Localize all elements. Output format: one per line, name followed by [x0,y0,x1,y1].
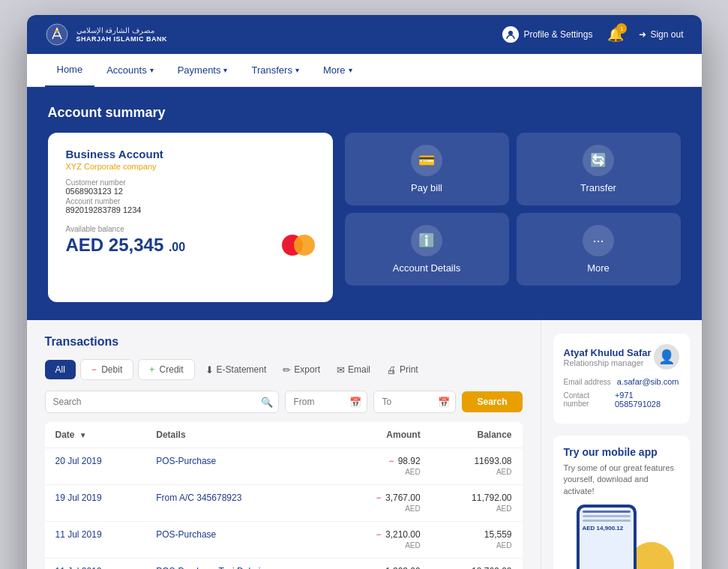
account-details-label: Account Details [393,262,460,274]
filter-credit-button[interactable]: + Credit [138,359,194,380]
debit-indicator: − [376,566,382,569]
select-account-button[interactable]: Select another account ▾ [66,266,191,287]
balance-value: 18,769.00 [472,566,511,569]
main-content: Transactions All − Debit + Credit ⬇ E-St… [27,320,702,569]
svg-point-2 [508,31,513,35]
cell-balance: 11,792.00 AED [431,485,523,522]
from-calendar-icon: 📅 [349,397,361,408]
svg-point-1 [55,30,58,33]
select-account-chevron-icon: ▾ [174,271,178,282]
account-card: Business Account XYZ Corporate company C… [48,133,333,302]
more-actions-button[interactable]: ··· More [517,213,681,286]
amount-unit: AED [405,468,421,476]
from-date-wrap: 📅 [285,391,367,413]
customer-number-label: Customer number [66,178,315,187]
balance-value: 15,559 [484,529,512,540]
balance-currency: AED [66,235,104,255]
top-nav-right: Profile & Settings 🔔 1 ➜ Sign out [502,26,683,43]
table-row: 11 Jul 2019 POS-Purchase − 3,210.00 AED … [45,522,523,559]
rm-avatar: 👤 [654,344,679,370]
balance-label: Available balance [66,225,315,233]
nav-bar: Home Accounts ▾ Payments ▾ Transfers ▾ M… [27,54,702,87]
action-grid: 💳 Pay bill 🔄 Transfer ℹ️ Account Details… [345,133,681,286]
rm-card: Atyaf Khulud Safar Relationship manager … [553,334,690,424]
balance-value: 11693.08 [474,456,511,466]
profile-settings-link[interactable]: Profile & Settings [502,26,592,43]
profile-icon [502,26,519,43]
filter-all-button[interactable]: All [45,360,76,379]
bell-area[interactable]: 🔔 1 [607,26,624,43]
nav-home[interactable]: Home [45,54,95,87]
table-row: 11 Jul 2019 POS-Purchase Taxi Dubai − 1,… [45,559,523,570]
payments-chevron-icon: ▾ [223,66,227,74]
search-input[interactable] [45,391,280,413]
filter-debit-label: Debit [101,364,122,375]
pay-bill-button[interactable]: 💳 Pay bill [345,133,509,205]
to-calendar-icon: 📅 [438,397,450,408]
print-icon: 🖨 [387,364,397,376]
search-button-label: Search [477,397,507,407]
nav-transfers[interactable]: Transfers ▾ [239,54,310,87]
amount-value: 1,203.00 [385,566,421,569]
cell-date: 20 Jul 2019 [45,448,146,485]
email-button[interactable]: ✉ Email [331,360,376,380]
rm-info: Atyaf Khulud Safar Relationship manager [564,347,652,367]
phone-screen-line [583,520,631,522]
export-button[interactable]: ✏ Export [277,360,326,380]
e-statement-button[interactable]: ⬇ E-Statement [199,360,273,380]
mastercard-logo [282,235,315,256]
cell-details: From A/C 345678923 [145,485,333,522]
amount-unit: AED [405,505,421,513]
cell-date: 11 Jul 2019 [45,522,146,559]
nav-accounts[interactable]: Accounts ▾ [94,54,165,87]
debit-minus-icon: − [91,364,97,375]
mobile-app-title: Try our mobile app [564,446,679,458]
email-icon: ✉ [337,364,345,376]
bank-name-arabic: مصرف الشارقة الإسلامي [76,25,168,35]
cell-amount: − 1,203.00 AED [333,559,430,570]
rm-header: Atyaf Khulud Safar Relationship manager … [564,344,679,370]
filter-debit-button[interactable]: − Debit [80,359,133,380]
cell-balance: 11693.08 AED [431,448,523,485]
search-magnifier-icon: 🔍 [261,397,273,408]
balance-unit: AED [496,505,512,513]
print-button[interactable]: 🖨 Print [381,360,424,380]
pay-bill-label: Pay bill [411,182,442,193]
amount-value: 3,210.00 [385,529,421,540]
hero-section: Account summary Business Account XYZ Cor… [27,87,702,320]
rm-name: Atyaf Khulud Safar [564,347,652,358]
transfer-label: Transfer [580,182,616,193]
rm-email-label: Email address [564,378,611,386]
phone-mockup: AED 14,900.12 [564,505,679,569]
transactions-table: Date ▼ Details Amount Balance [45,422,523,569]
hero-content: Business Account XYZ Corporate company C… [48,133,681,302]
logo-area: مصرف الشارقة الإسلامي SHARJAH ISLAMIC BA… [45,22,168,46]
col-date-header[interactable]: Date ▼ [45,422,146,448]
transfer-button[interactable]: 🔄 Transfer [517,133,681,205]
col-details-header: Details [145,422,333,448]
cell-balance: 15,559 AED [431,522,523,559]
mc-yellow-circle [294,235,315,256]
phone-screen-line [583,515,631,517]
email-label: Email [348,364,370,375]
print-label: Print [400,364,418,375]
select-account-label: Select another account [78,271,170,282]
nav-payments[interactable]: Payments ▾ [166,54,240,87]
debit-indicator: − [388,456,394,466]
search-button[interactable]: Search [462,391,522,412]
e-statement-icon: ⬇ [205,364,214,376]
more-chevron-icon: ▾ [349,66,352,74]
account-details-button[interactable]: ℹ️ Account Details [345,213,509,286]
accounts-chevron-icon: ▾ [150,66,154,74]
phone-balance-display: AED 14,900.12 [583,525,631,532]
cell-details: POS-Purchase [145,522,333,559]
export-icon: ✏ [283,364,291,376]
cell-details: POS-Purchase [145,448,333,485]
top-bar: مصرف الشارقة الإسلامي SHARJAH ISLAMIC BA… [27,15,702,54]
phone-screen: AED 14,900.12 [580,508,634,569]
nav-more[interactable]: More ▾ [311,54,364,87]
col-amount-header: Amount [333,422,430,448]
signout-button[interactable]: ➜ Sign out [639,29,683,40]
cell-amount: − 3,210.00 AED [333,522,430,559]
cell-details: POS-Purchase Taxi Dubai [145,559,333,570]
